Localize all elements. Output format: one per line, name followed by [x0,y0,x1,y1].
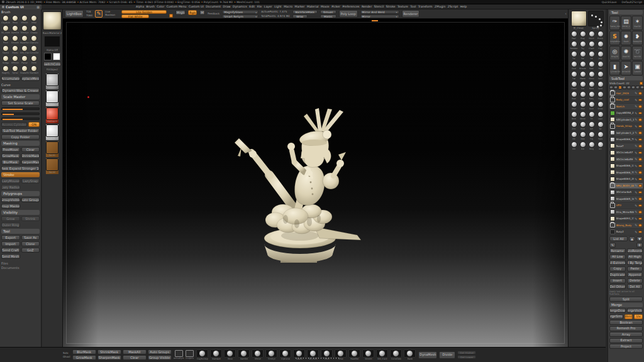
polypaint-icon[interactable]: ✎ [635,118,637,121]
bottom-brush-thumbnail[interactable]: ClayBuildup [196,349,209,361]
menu-item[interactable]: Layer [264,5,272,9]
subtool-action-button[interactable]: Boolean [609,320,643,325]
subtool-row[interactable]: Copy6BD58_27✎ [609,110,643,117]
visibility-eye-icon[interactable] [638,105,642,108]
tool-thumbnail[interactable]: ➤Arrow3D [621,61,631,75]
right-button[interactable]: All High [627,255,643,260]
rgb-toggle[interactable]: Rgb [188,10,197,15]
mergedown-button[interactable]: MergeDown [609,308,626,313]
eye-all-button[interactable]: 👁 [636,243,643,248]
material-thumbnail[interactable]: Dust [587,101,596,111]
material-thumbnail[interactable]: Dew [579,131,587,141]
mask-button-bottom[interactable]: Group Visible [148,355,172,360]
material-thumbnail[interactable]: Ash [587,121,596,131]
material-thumbnail[interactable]: Tin [587,111,596,121]
left-button[interactable]: FreeMove [1,147,20,152]
menu-item[interactable]: Macro [284,5,292,9]
tool-thumbnail[interactable]: ✸Star8 [621,31,631,45]
right-button[interactable]: Del All [627,284,643,289]
polypaint-all-button[interactable]: ✎ [609,243,616,248]
bottom-brush-thumbnail[interactable]: Standard [209,349,223,361]
right-button[interactable]: Shrink [21,216,40,221]
polypaint-icon[interactable]: ✎ [635,197,637,200]
right-button[interactable]: All By Target [627,260,643,265]
bottom-brush-thumbnail[interactable]: DamStd [237,349,250,361]
access-cylinder-button[interactable]: Access Cylinder [1,122,27,127]
brush-thumbnail[interactable]: Inflat [30,15,38,25]
material-thumbnail[interactable]: Jade [579,91,587,101]
toggle-checkbox[interactable]: Sculptris [186,350,194,360]
mrgb-toggle[interactable]: Mrgb [175,10,186,15]
menu-item[interactable]: Preferences [342,5,359,9]
left-button[interactable]: BlurMask [1,160,20,165]
material-thumbnail[interactable]: Sand [596,81,604,90]
material-thumbnail[interactable]: Wood [579,111,587,121]
material-thumbnail[interactable]: Fur [570,51,578,60]
polypaint-icon[interactable]: ✎ [635,177,637,181]
material-thumbnail[interactable]: Clay [596,41,604,50]
subtool-row[interactable]: Wrong_Body✎ [609,222,643,229]
menu-item[interactable]: Help [460,5,467,9]
material-thumbnail[interactable]: Ruby [587,91,596,101]
sculpted-figure-model[interactable] [220,106,371,288]
visibility-eye-icon[interactable] [638,165,642,168]
material-thumbnail[interactable]: Ring [587,141,596,151]
visibility-eye-icon[interactable] [638,138,642,141]
material-thumbnail[interactable]: Gray [579,31,587,40]
tool-section-header[interactable]: Tool [1,229,40,234]
menu-item[interactable]: ZPlugin [435,5,445,9]
subtool-page-tab[interactable]: 06 [631,85,635,89]
brush-thumbnail[interactable]: DamStd [11,25,19,35]
tool-thumbnail[interactable]: SSimpleBrush [609,31,620,45]
set-scene-scale-button[interactable]: Set Scene Scale [1,101,40,106]
brush-thumbnail[interactable]: Pinch [1,35,10,45]
polypaint-icon[interactable]: ✎ [635,223,637,227]
subtool-row[interactable]: Shape8065_16✎ [609,196,643,203]
mini-thumbnail[interactable]: OmniLite [46,90,58,106]
del-lower-button[interactable]: Del Lower [457,355,476,359]
menu-item[interactable]: Alpha [136,5,144,9]
polypaint-icon[interactable]: ✎ [635,91,637,95]
material-thumbnail[interactable]: Ice [587,51,596,60]
material-thumbnail[interactable]: Arc [596,141,604,151]
material-thumbnail[interactable]: RedWax [570,41,578,50]
subtool-row[interactable]: 3dCylinder1_2✎ [609,130,643,137]
uv-toggle[interactable]: Uv [634,314,643,319]
visibility-eye-icon[interactable] [638,197,642,200]
bottom-brush-thumbnail[interactable]: CurveTube [389,349,402,361]
subtool-page-tab[interactable]: 01 [609,85,613,89]
del-higher-button[interactable]: Del Higher [457,351,476,354]
right-button[interactable]: Clear [21,147,40,152]
brush-thumbnail[interactable]: ClipCurve [30,35,38,45]
menu-item[interactable]: Transform [418,5,433,9]
polypaint-icon[interactable]: ✎ [635,124,637,128]
tool-thumbnail[interactable]: ✺Gear3D [621,46,631,60]
subtool-row[interactable]: Hands_Strap✎ [609,123,643,130]
brush-thumbnail[interactable]: TrimDyn [20,25,29,35]
left-button[interactable]: All Low [609,255,626,260]
material-thumbnail[interactable]: Bump [596,31,604,40]
brush-thumbnail[interactable]: ClayBuildup [1,15,10,25]
visibility-eye-icon[interactable] [638,217,642,221]
subtool-row[interactable]: UFO✎ [609,202,643,209]
replacemesh-button[interactable]: ReplaceMesh [21,76,40,81]
edit-mode-button[interactable]: ✎ [95,10,103,18]
material-thumbnail[interactable]: Snow [596,101,604,111]
brush-thumbnail[interactable]: Slash2 [1,45,10,55]
subtool-row[interactable]: 3DCircle8x59✎ [609,156,643,163]
material-preset-1-button[interactable]: Lite Golden [121,10,167,14]
toggle-checkbox[interactable]: ActiveSym [174,350,184,360]
material-big-thumbnail[interactable] [571,11,587,26]
brush-thumbnail[interactable]: hPolish [20,15,29,25]
subtool-page-tab[interactable]: 02 [614,85,618,89]
subtool-row[interactable]: Shape8066_13✎ [609,163,643,170]
mini-thumbnail[interactable]: MatCap R [46,107,58,123]
visibility-eye-icon[interactable] [638,224,642,227]
subtool-page-tab[interactable]: 03 [618,85,622,89]
right-button[interactable]: LazySnap [21,178,40,184]
poly-loop-button[interactable]: Poly Loop [339,10,358,18]
tool-thumbnail[interactable]: ✑Frame_2919 [609,16,620,30]
brush-thumbnail[interactable]: MaskPen [20,35,29,45]
split-button[interactable]: Split [609,297,643,302]
solo-label[interactable]: Solo [63,351,70,354]
